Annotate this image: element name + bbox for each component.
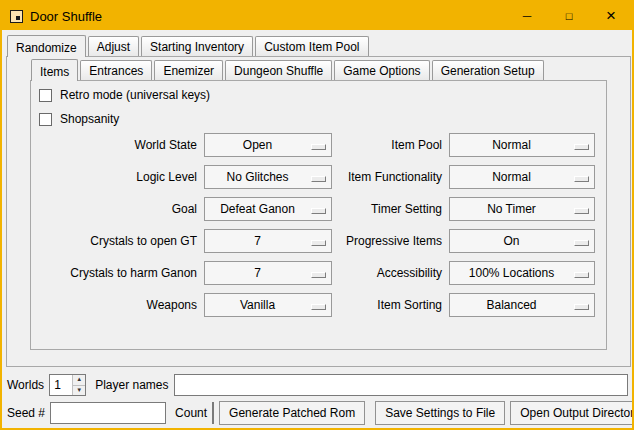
item-pool-dropdown[interactable]: Normal: [449, 133, 595, 157]
seed-row: Seed # Count 1 ▲ ▼ Generate Patched Rom …: [7, 400, 628, 426]
dropdown-value: Vanilla: [208, 294, 307, 316]
timer-setting-label: Timer Setting: [302, 197, 442, 221]
save-settings-button[interactable]: Save Settings to File: [375, 401, 505, 425]
weapons-label: Weapons: [32, 293, 197, 317]
generate-patched-rom-button[interactable]: Generate Patched Rom: [219, 401, 365, 425]
tab-game-options[interactable]: Game Options: [334, 60, 429, 80]
tab-starting-inventory[interactable]: Starting Inventory: [141, 36, 253, 56]
crystals-harm-ganon-label: Crystals to harm Ganon: [32, 261, 197, 285]
dropdown-value: Normal: [453, 134, 570, 156]
dropdown-value: 7: [208, 262, 307, 284]
tab-enemizer[interactable]: Enemizer: [154, 60, 223, 80]
shopsanity-row: Shopsanity: [39, 111, 119, 127]
count-label: Count: [175, 406, 207, 420]
progressive-items-label: Progressive Items: [302, 229, 442, 253]
app-icon: [10, 10, 23, 23]
dropdown-indicator-icon: [574, 304, 589, 310]
spin-up-icon[interactable]: ▲: [73, 375, 85, 386]
tab-adjust[interactable]: Adjust: [88, 36, 139, 56]
timer-setting-dropdown[interactable]: No Timer: [449, 197, 595, 221]
worlds-value: 1: [50, 375, 72, 395]
progressive-items-dropdown[interactable]: On: [449, 229, 595, 253]
item-functionality-label: Item Functionality: [302, 165, 442, 189]
accessibility-dropdown[interactable]: 100% Locations: [449, 261, 595, 285]
dropdown-indicator-icon: [574, 272, 589, 278]
dropdown-value: 7: [208, 230, 307, 252]
tab-items[interactable]: Items: [31, 59, 78, 81]
caption-buttons: ─ □ ×: [506, 2, 632, 30]
open-output-directory-button[interactable]: Open Output Directory: [510, 401, 634, 425]
dropdown-value: 100% Locations: [453, 262, 570, 284]
count-value: 1: [213, 403, 214, 423]
dropdown-value: No Glitches: [208, 166, 307, 188]
worlds-row: Worlds 1 ▲ ▼ Player names: [7, 372, 628, 398]
dropdown-indicator-icon: [574, 144, 589, 150]
main-tab-bar: Randomize Adjust Starting Inventory Cust…: [7, 36, 371, 56]
worlds-label: Worlds: [7, 378, 44, 392]
count-spinner[interactable]: 1 ▲ ▼: [212, 402, 214, 424]
item-functionality-dropdown[interactable]: Normal: [449, 165, 595, 189]
app-window: Door Shuffle ─ □ × Randomize Adjust Star…: [0, 0, 634, 430]
dropdown-value: Balanced: [453, 294, 570, 316]
seed-input[interactable]: [50, 402, 166, 424]
dropdown-indicator-icon: [574, 240, 589, 246]
crystals-open-gt-label: Crystals to open GT: [32, 229, 197, 253]
close-button[interactable]: ×: [590, 2, 632, 30]
spinner-buttons: ▲ ▼: [72, 375, 85, 395]
accessibility-label: Accessibility: [302, 261, 442, 285]
dropdown-value: Normal: [453, 166, 570, 188]
item-sorting-label: Item Sorting: [302, 293, 442, 317]
dropdown-value: On: [453, 230, 570, 252]
dropdown-value: Open: [208, 134, 307, 156]
tab-randomize[interactable]: Randomize: [7, 35, 86, 57]
goal-label: Goal: [32, 197, 197, 221]
item-sorting-dropdown[interactable]: Balanced: [449, 293, 595, 317]
minimize-button[interactable]: ─: [506, 2, 548, 30]
shopsanity-checkbox[interactable]: [39, 113, 52, 126]
dropdown-value: No Timer: [453, 198, 570, 220]
titlebar[interactable]: Door Shuffle ─ □ ×: [2, 2, 632, 30]
shopsanity-label: Shopsanity: [60, 111, 119, 127]
tab-entrances[interactable]: Entrances: [80, 60, 152, 80]
item-pool-label: Item Pool: [302, 133, 442, 157]
tab-custom-item-pool[interactable]: Custom Item Pool: [255, 36, 368, 56]
worlds-spinner[interactable]: 1 ▲ ▼: [49, 374, 86, 396]
logic-level-label: Logic Level: [32, 165, 197, 189]
spin-down-icon[interactable]: ▼: [73, 386, 85, 396]
dropdown-indicator-icon: [574, 176, 589, 182]
tab-dungeon-shuffle[interactable]: Dungeon Shuffle: [225, 60, 332, 80]
dropdown-value: Defeat Ganon: [208, 198, 307, 220]
player-names-input[interactable]: [174, 374, 629, 396]
tab-generation-setup[interactable]: Generation Setup: [432, 60, 544, 80]
dropdown-indicator-icon: [574, 208, 589, 214]
retro-mode-row: Retro mode (universal keys): [39, 87, 210, 103]
sub-tab-bar: Items Entrances Enemizer Dungeon Shuffle…: [31, 60, 546, 80]
world-state-label: World State: [32, 133, 197, 157]
window-title: Door Shuffle: [30, 9, 102, 24]
retro-mode-label: Retro mode (universal keys): [60, 87, 210, 103]
retro-mode-checkbox[interactable]: [39, 89, 52, 102]
maximize-button[interactable]: □: [548, 2, 590, 30]
seed-label: Seed #: [7, 406, 45, 420]
player-names-label: Player names: [95, 378, 168, 392]
